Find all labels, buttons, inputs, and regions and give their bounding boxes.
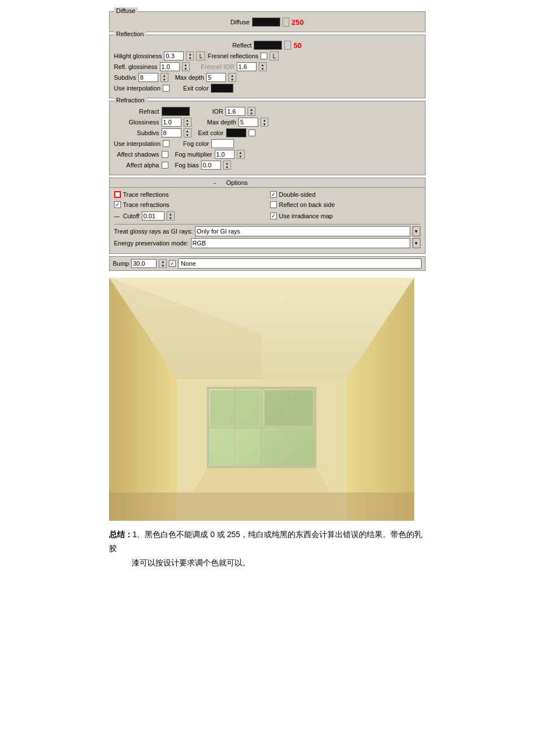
fog-mult-input[interactable]: 1.0	[215, 150, 235, 159]
diffuse-color-swatch[interactable]	[252, 18, 280, 27]
refract-gloss-up[interactable]: ▲	[184, 118, 191, 122]
summary-line1: 1、黑色白色不能调成 0 或 255，纯白或纯黑的东西会计算出错误的结果。带色的…	[109, 530, 423, 553]
bump-value-input[interactable]: 30.0	[131, 259, 157, 268]
reflect-back-row: Reflect on back side	[270, 201, 420, 208]
fog-bias-down[interactable]: ▼	[224, 165, 231, 169]
refract-ior-label: IOR	[212, 108, 224, 115]
treat-glossy-select[interactable]: Only for GI rays	[195, 226, 410, 236]
svg-rect-13	[210, 390, 260, 426]
treat-glossy-dropdown-arrow[interactable]: ▼	[413, 226, 420, 236]
refl-maxdepth-up[interactable]: ▲	[229, 74, 236, 77]
refract-exitcolor-swatch[interactable]	[226, 128, 246, 137]
reflect-label: Reflect	[232, 42, 251, 49]
refl-useinterp-label: Use interpolation	[114, 85, 161, 92]
refract-ior-input[interactable]: 1.6	[225, 107, 245, 116]
refract-color-swatch[interactable]	[162, 107, 190, 116]
refract-subdivs-input[interactable]: 8	[162, 128, 181, 137]
refl-gloss-spinner[interactable]: ▲ ▼	[182, 62, 190, 71]
trace-reflections-checkbox[interactable]	[114, 191, 121, 198]
fog-mult-down[interactable]: ▼	[237, 154, 244, 158]
refract-subdivs-up[interactable]: ▲	[184, 129, 191, 133]
refract-subdivs-down[interactable]: ▼	[184, 133, 191, 137]
trace-refractions-checkbox[interactable]	[114, 201, 121, 208]
refract-subdivs-spinner[interactable]: ▲ ▼	[184, 128, 192, 137]
bump-spinner[interactable]: ▲ ▼	[159, 259, 167, 268]
cutoff-input[interactable]: 0.01	[142, 211, 164, 221]
use-irradiance-checkbox[interactable]	[270, 213, 277, 219]
refl-subdivs-down[interactable]: ▼	[161, 77, 168, 81]
fog-mult-spinner[interactable]: ▲ ▼	[237, 150, 245, 159]
refract-ior-down[interactable]: ▼	[248, 111, 255, 115]
fresnel-ior-spinner[interactable]: ▲ ▼	[259, 62, 267, 71]
refract-maxdepth-up[interactable]: ▲	[261, 118, 268, 122]
refract-useinterp-label: Use interpolation	[114, 140, 161, 147]
refract-gloss-input[interactable]: 1.0	[162, 118, 181, 127]
hilight-gloss-spinner[interactable]: ▲ ▼	[186, 51, 194, 61]
refl-gloss-up[interactable]: ▲	[183, 63, 189, 67]
reflect-back-checkbox[interactable]	[270, 201, 277, 208]
refl-maxdepth-spinner[interactable]: ▲ ▼	[228, 73, 236, 82]
refl-maxdepth-down[interactable]: ▼	[229, 77, 236, 81]
reflection-title: Reflection	[114, 31, 146, 37]
refl-exitcolor-swatch[interactable]	[211, 84, 233, 93]
energy-mode-dropdown-arrow[interactable]: ▼	[413, 238, 420, 248]
refract-maxdepth-down[interactable]: ▼	[261, 122, 268, 126]
double-sided-checkbox[interactable]	[270, 191, 277, 198]
refl-maxdepth-input[interactable]: 5	[206, 73, 226, 82]
fog-mult-label: Fog multiplier	[175, 151, 212, 158]
options-title: Options	[226, 179, 248, 186]
diffuse-alpha-swatch[interactable]	[283, 18, 289, 27]
hilight-gloss-input[interactable]: 0.3	[164, 51, 184, 61]
fresnel-label: Fresnel reflections	[207, 53, 258, 59]
affect-alpha-checkbox[interactable]	[162, 162, 168, 169]
fog-bias-input[interactable]: 0.0	[201, 161, 221, 170]
refract-ior-spinner[interactable]: ▲ ▼	[248, 107, 255, 116]
fog-bias-up[interactable]: ▲	[224, 161, 231, 165]
fog-color-label: Fog color	[183, 140, 209, 147]
refract-maxdepth-input[interactable]: 5	[238, 118, 258, 127]
hilight-gloss-up[interactable]: ▲	[186, 52, 193, 56]
hilight-gloss-down[interactable]: ▼	[186, 56, 193, 60]
trace-reflections-row: Trace reflections	[114, 191, 264, 198]
fresnel-ior-down[interactable]: ▼	[259, 67, 266, 71]
refract-gloss-down[interactable]: ▼	[184, 122, 191, 126]
bump-down[interactable]: ▼	[159, 263, 166, 267]
energy-mode-select[interactable]: RGB	[191, 238, 410, 248]
refl-subdivs-spinner[interactable]: ▲ ▼	[160, 73, 168, 82]
bump-texture-select[interactable]: None	[178, 258, 421, 269]
bump-checkbox[interactable]	[169, 260, 176, 267]
trace-refractions-row: Trace refractions	[114, 201, 264, 208]
refract-ior-up[interactable]: ▲	[248, 107, 255, 111]
bump-up[interactable]: ▲	[159, 260, 166, 263]
fresnel-ior-input[interactable]: 1.6	[237, 62, 257, 71]
refl-subdivs-up[interactable]: ▲	[161, 74, 168, 77]
refl-gloss-label: Refl. glossiness	[114, 63, 158, 70]
refract-exitcolor-checkbox[interactable]	[249, 129, 255, 136]
cutoff-spinner[interactable]: ▲ ▼	[167, 211, 175, 221]
affect-shadows-checkbox[interactable]	[162, 151, 168, 158]
cutoff-down[interactable]: ▼	[167, 216, 174, 220]
refract-gloss-spinner[interactable]: ▲ ▼	[184, 118, 192, 127]
reflect-color-swatch[interactable]	[254, 41, 282, 50]
cutoff-up[interactable]: ▲	[167, 212, 174, 216]
energy-mode-row: Energy preservation mode: RGB ▼	[114, 238, 420, 248]
refl-useinterp-checkbox[interactable]	[163, 85, 170, 92]
fog-mult-up[interactable]: ▲	[237, 150, 244, 154]
hilight-l-button[interactable]: L	[196, 51, 205, 61]
refract-gloss-label: Glossiness	[114, 119, 159, 126]
fog-bias-spinner[interactable]: ▲ ▼	[223, 161, 231, 170]
refl-gloss-down[interactable]: ▼	[183, 67, 189, 71]
fresnel-ior-up[interactable]: ▲	[259, 63, 266, 67]
fresnel-checkbox[interactable]	[261, 53, 267, 59]
summary-line2: 漆可以按设计要求调个色就可以。	[132, 558, 250, 567]
refl-gloss-input[interactable]: 1.0	[160, 62, 180, 71]
hilight-gloss-label: Hilight glossiness	[114, 53, 162, 59]
fog-color-swatch[interactable]	[211, 139, 234, 148]
fresnel-l-button[interactable]: L	[270, 51, 279, 61]
refl-subdivs-input[interactable]: 8	[138, 73, 158, 82]
refract-useinterp-checkbox[interactable]	[163, 140, 170, 147]
reflect-alpha-swatch[interactable]	[284, 41, 291, 50]
fog-bias-label: Fog bias	[175, 162, 199, 169]
refract-alpha	[192, 107, 199, 116]
refract-maxdepth-spinner[interactable]: ▲ ▼	[261, 118, 268, 127]
